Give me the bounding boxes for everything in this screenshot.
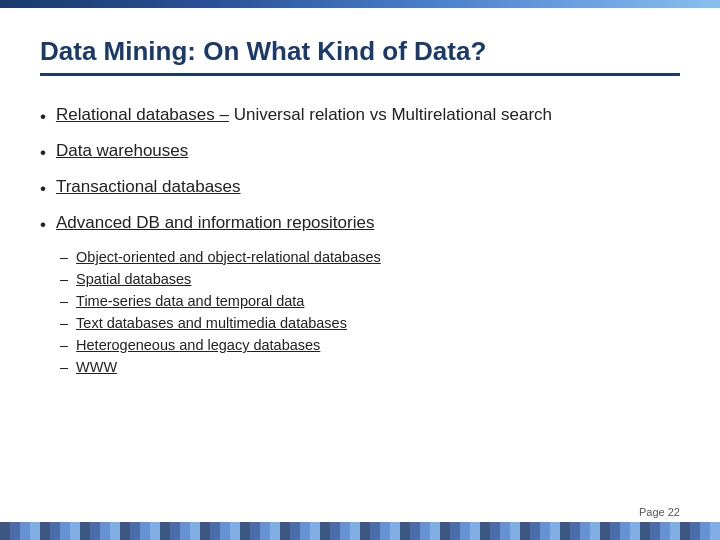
dash-icon: – — [60, 359, 68, 375]
sub-4-text: Text databases and multimedia databases — [76, 315, 347, 331]
bullet-1-rest: Universal relation vs Multirelational se… — [234, 105, 552, 124]
list-item: – Time-series data and temporal data — [60, 293, 680, 309]
bullet-icon: • — [40, 107, 46, 127]
list-item: – Spatial databases — [60, 271, 680, 287]
main-bullet-list: • Relational databases – Universal relat… — [40, 105, 680, 235]
slide-container: Data Mining: On What Kind of Data? • Rel… — [0, 0, 720, 540]
dash-icon: – — [60, 271, 68, 287]
dash-icon: – — [60, 315, 68, 331]
bullet-2-text: Data warehouses — [56, 141, 188, 161]
dash-icon: – — [60, 337, 68, 353]
page-label: Page — [639, 506, 665, 518]
sub-6-text: WWW — [76, 359, 117, 375]
bullet-3-text: Transactional databases — [56, 177, 241, 197]
dash-icon: – — [60, 293, 68, 309]
list-item: – Text databases and multimedia database… — [60, 315, 680, 331]
list-item: – Object-oriented and object-relational … — [60, 249, 680, 265]
slide-title: Data Mining: On What Kind of Data? — [40, 36, 680, 67]
bullet-1-underlined: Relational databases – — [56, 105, 229, 124]
sub-5-text: Heterogeneous and legacy databases — [76, 337, 320, 353]
title-underline — [40, 73, 680, 76]
dash-icon: – — [60, 249, 68, 265]
list-item: – Heterogeneous and legacy databases — [60, 337, 680, 353]
page-num: 22 — [668, 506, 680, 518]
title-section: Data Mining: On What Kind of Data? — [0, 18, 720, 86]
list-item: – WWW — [60, 359, 680, 375]
bullet-icon: • — [40, 143, 46, 163]
list-item: • Data warehouses — [40, 141, 680, 163]
content-section: • Relational databases – Universal relat… — [40, 105, 680, 500]
page-number: Page 22 — [639, 506, 680, 518]
list-item: • Relational databases – Universal relat… — [40, 105, 680, 127]
bullet-icon: • — [40, 179, 46, 199]
sub-2-text: Spatial databases — [76, 271, 191, 287]
sub-bullet-list: – Object-oriented and object-relational … — [60, 249, 680, 375]
top-border — [0, 0, 720, 8]
bottom-border — [0, 522, 720, 540]
list-item: • Transactional databases — [40, 177, 680, 199]
sub-3-text: Time-series data and temporal data — [76, 293, 304, 309]
sub-1-text: Object-oriented and object-relational da… — [76, 249, 381, 265]
bullet-icon: • — [40, 215, 46, 235]
bullet-1-text: Relational databases – Universal relatio… — [56, 105, 552, 125]
list-item: • Advanced DB and information repositori… — [40, 213, 680, 235]
bullet-4-text: Advanced DB and information repositories — [56, 213, 374, 233]
